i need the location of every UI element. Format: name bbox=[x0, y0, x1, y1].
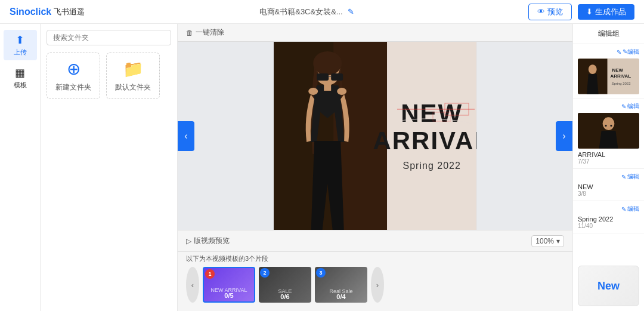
right-count-spring: 11/40 bbox=[578, 223, 639, 229]
edit-new-button[interactable]: ✎ 编辑 bbox=[578, 173, 639, 181]
upload-icon: ⬆ bbox=[16, 33, 24, 47]
zoom-select[interactable]: 100% ▾ bbox=[531, 235, 564, 247]
svg-point-3 bbox=[313, 51, 342, 75]
pencil-icon-1: ✎ bbox=[617, 49, 621, 56]
search-input[interactable] bbox=[47, 30, 171, 45]
segment-label: 以下为本视频模板的3个片段 bbox=[186, 254, 564, 263]
svg-point-8 bbox=[308, 88, 318, 95]
folder-grid: ⊕ 新建文件夹 📁 默认文件夹 bbox=[47, 53, 171, 99]
segment-thumb-3[interactable]: 3 Real Sale 0/4 bbox=[315, 267, 367, 303]
right-label-new: NEW bbox=[578, 183, 639, 190]
clear-button[interactable]: 🗑 一键清除 bbox=[186, 27, 224, 38]
header-actions: 👁 预览 ⬇ 生成作品 bbox=[528, 4, 634, 20]
preview-button[interactable]: 👁 预览 bbox=[528, 4, 572, 20]
svg-rect-5 bbox=[331, 73, 343, 81]
canvas-inner: NEW ARRIVAL Spring 2022 bbox=[274, 42, 476, 230]
main-layout: ⬆ 上传 ▦ 模板 ⊕ 新建文件夹 📁 默认文件夹 🗑 一键清除 bbox=[0, 24, 644, 311]
canvas-text-area: NEW ARRIVAL Spring 2022 bbox=[387, 42, 476, 230]
svg-point-9 bbox=[337, 88, 346, 95]
eye-icon: 👁 bbox=[537, 7, 545, 16]
svg-rect-4 bbox=[317, 73, 329, 81]
play-icon: ▷ bbox=[186, 237, 191, 245]
right-panel-item-spring: ✎ 编辑 Spring 2022 11/40 bbox=[573, 201, 644, 233]
edit-icon[interactable]: ✎ bbox=[348, 7, 354, 16]
right-count-arrival: 7/37 bbox=[578, 158, 639, 165]
right-label-arrival: ARRIVAL bbox=[578, 151, 639, 158]
right-thumb-model bbox=[578, 113, 639, 149]
canvas-footer: ▷ 版视频预览 100% ▾ bbox=[178, 230, 572, 251]
sidebar-label-upload: 上传 bbox=[14, 48, 27, 57]
right-panel: 编辑组 ✎ ✎编辑 NEW ARRIVAL Spring 2022 bbox=[572, 24, 644, 311]
default-folder-label: 默认文件夹 bbox=[115, 82, 151, 93]
svg-rect-7 bbox=[324, 84, 331, 91]
right-thumb-bg: NEW ARRIVAL Spring 2022 bbox=[578, 58, 639, 94]
new-folder-label: 新建文件夹 bbox=[55, 82, 91, 93]
right-panel-item-new: ✎ 编辑 NEW 3/8 bbox=[573, 169, 644, 201]
segment-strip: 以下为本视频模板的3个片段 ‹ 1 NEW ARRIVAL 0/5 2 SALE… bbox=[178, 251, 572, 311]
chevron-down-icon: ▾ bbox=[556, 237, 560, 245]
edit-bg-button[interactable]: ✎ ✎编辑 bbox=[578, 48, 639, 56]
svg-point-19 bbox=[589, 64, 597, 74]
right-panel-item-model: ✎ 编辑 ARRIVAL 7/37 bbox=[573, 98, 644, 169]
right-panel-item-bg: ✎ ✎编辑 NEW ARRIVAL Spring 2022 bbox=[573, 44, 644, 98]
right-panel-header: 编辑组 bbox=[573, 24, 644, 44]
trash-icon: 🗑 bbox=[186, 29, 193, 37]
svg-text:NEW: NEW bbox=[612, 67, 623, 73]
right-label-spring: Spring 2022 bbox=[578, 215, 639, 223]
tab-label: 电商&书籍&3C&女装&... bbox=[259, 7, 343, 17]
logo-brand: Sinoclick bbox=[10, 7, 51, 17]
app-header: Sinoclick 飞书逍遥 电商&书籍&3C&女装&... ✎ 👁 预览 ⬇ … bbox=[0, 0, 644, 24]
svg-text:Spring 2022: Spring 2022 bbox=[611, 82, 630, 85]
canvas-prev-button[interactable]: ‹ bbox=[178, 121, 194, 151]
edit-spring-button[interactable]: ✎ 编辑 bbox=[578, 205, 639, 213]
generate-button[interactable]: ⬇ 生成作品 bbox=[578, 4, 634, 20]
svg-rect-26 bbox=[610, 125, 612, 127]
svg-point-24 bbox=[603, 117, 615, 130]
download-icon: ⬇ bbox=[586, 7, 593, 16]
segment-thumb-2[interactable]: 2 SALE 0/6 bbox=[259, 267, 311, 303]
right-count-new: 3/8 bbox=[578, 190, 639, 197]
model-photo bbox=[274, 42, 387, 230]
sidebar: ⬆ 上传 ▦ 模板 bbox=[0, 24, 41, 311]
default-folder-icon: 📁 bbox=[123, 59, 144, 79]
template-icon: ▦ bbox=[15, 66, 25, 79]
sidebar-item-template[interactable]: ▦ 模板 bbox=[4, 63, 37, 93]
header-tab-title: 电商&书籍&3C&女装&... ✎ bbox=[259, 7, 354, 17]
new-badge-text: New bbox=[597, 280, 620, 292]
pencil-icon-3: ✎ bbox=[621, 174, 626, 180]
segment-badge-3: 3 bbox=[316, 268, 326, 278]
svg-text:ARRIVAL: ARRIVAL bbox=[610, 73, 631, 79]
logo-sub: 飞书逍遥 bbox=[54, 7, 85, 17]
canvas-toolbar: 🗑 一键清除 bbox=[178, 24, 572, 42]
svg-rect-25 bbox=[605, 125, 607, 127]
segment-next-button[interactable]: › bbox=[371, 267, 384, 303]
pencil-icon-2: ✎ bbox=[621, 103, 626, 110]
segment-badge-1: 1 bbox=[205, 269, 215, 279]
segment-thumb-1[interactable]: 1 NEW ARRIVAL 0/5 bbox=[203, 267, 255, 303]
edit-model-button[interactable]: ✎ 编辑 bbox=[578, 102, 639, 110]
new-folder-icon: ⊕ bbox=[67, 59, 80, 79]
canvas-wrapper: ‹ bbox=[178, 42, 572, 230]
new-folder-item[interactable]: ⊕ 新建文件夹 bbox=[47, 53, 100, 99]
sidebar-item-upload[interactable]: ⬆ 上传 bbox=[4, 30, 37, 60]
preview-label[interactable]: ▷ 版视频预览 bbox=[186, 236, 230, 246]
pencil-icon-4: ✎ bbox=[621, 206, 626, 213]
segment-prev-button[interactable]: ‹ bbox=[186, 267, 199, 303]
default-folder-item[interactable]: 📁 默认文件夹 bbox=[106, 53, 160, 99]
segment-row: ‹ 1 NEW ARRIVAL 0/5 2 SALE 0/6 3 Real Sa… bbox=[186, 267, 564, 303]
canvas-area: 🗑 一键清除 ‹ bbox=[178, 24, 572, 311]
logo: Sinoclick 飞书逍遥 bbox=[10, 7, 85, 17]
sidebar-label-template: 模板 bbox=[14, 81, 27, 90]
file-panel: ⊕ 新建文件夹 📁 默认文件夹 bbox=[41, 24, 178, 311]
new-badge-area[interactable]: New bbox=[578, 266, 639, 306]
canvas-preview: NEW ARRIVAL Spring 2022 bbox=[274, 42, 476, 230]
canvas-next-button[interactable]: › bbox=[556, 121, 572, 151]
segment-badge-2: 2 bbox=[260, 268, 270, 278]
